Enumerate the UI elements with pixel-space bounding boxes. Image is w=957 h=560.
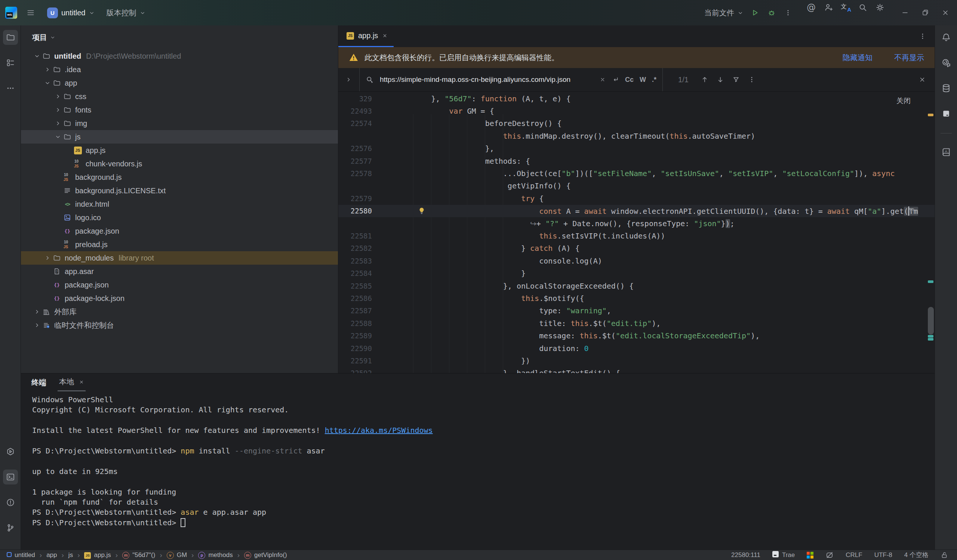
close-search-icon[interactable] — [919, 76, 925, 83]
status-crlf[interactable]: CRLF — [846, 551, 862, 559]
status-4[interactable]: 4 个空格 — [904, 551, 929, 559]
chevron-right-icon[interactable] — [32, 308, 42, 315]
intention-bulb-icon[interactable] — [418, 207, 426, 215]
run-button[interactable] — [748, 5, 763, 20]
code-line-22583[interactable]: 22583 console.log(A) — [338, 255, 935, 267]
tree-item-js[interactable]: js — [21, 130, 338, 144]
code-line-22589[interactable]: 22589 message: this.$t("edit.localStorag… — [338, 329, 935, 342]
code-line-22585[interactable]: 22585 }, onLocalStorageExceeded() { — [338, 280, 935, 292]
git-branch-icon[interactable] — [3, 521, 18, 535]
ai-assistant-icon[interactable]: @ — [804, 0, 819, 15]
code-line-22574[interactable]: 22574 beforeDestroy() { — [338, 117, 935, 130]
code-line-22581[interactable]: 22581 this.setIsVIP(t.includes(A)) — [338, 230, 935, 242]
run-hexagon-icon[interactable] — [3, 444, 18, 459]
terminal-link[interactable]: https://aka.ms/PSWindows — [325, 426, 433, 435]
ai-chat-icon[interactable] — [939, 55, 954, 70]
chevron-right-icon[interactable] — [53, 106, 63, 114]
wrap-notification-close[interactable]: 关闭 — [897, 96, 911, 106]
run-config-selector[interactable]: 当前文件 — [701, 6, 746, 19]
project-folder-icon[interactable] — [3, 30, 18, 45]
status-trae[interactable]: Trae — [772, 551, 795, 559]
code-line-22592[interactable]: 22592 }, handleStartTextEdit() { — [338, 367, 935, 373]
breadcrumb-app-js[interactable]: JSapp.js — [84, 551, 111, 559]
code-line-wrap[interactable]: getVipInfo() { — [338, 180, 935, 192]
code-line-22493[interactable]: 22493 var GM = { — [338, 105, 935, 117]
minimize-button[interactable] — [896, 5, 914, 21]
code-line-22584[interactable]: 22584 } — [338, 267, 935, 279]
webstorm-logo-icon[interactable]: WS — [5, 7, 17, 19]
more-actions-icon[interactable] — [780, 5, 796, 20]
tree-item-app-js[interactable]: JSapp.js — [21, 144, 338, 157]
search-icon[interactable] — [855, 0, 870, 15]
tree-item-package-json[interactable]: {}package.json — [21, 278, 338, 292]
code-line-22580[interactable]: 22580↵ const A = await window.electronAP… — [338, 205, 935, 217]
tree-item-idea[interactable]: .idea — [21, 63, 338, 76]
code-editor[interactable]: 关闭 329 }, "56d7": function (A, t, e) {22… — [338, 91, 935, 373]
tree-item-background-js[interactable]: 10JSbackground.js — [21, 170, 338, 184]
breadcrumb-56d7[interactable]: m"56d7"() — [122, 551, 155, 559]
tree-item-package-json[interactable]: {}package.json — [21, 224, 338, 238]
chevron-right-icon[interactable] — [53, 93, 63, 100]
clear-search-icon[interactable] — [600, 77, 606, 83]
breadcrumb-getvipinfo[interactable]: mgetVipInfo() — [244, 551, 287, 559]
database-icon[interactable] — [939, 81, 954, 96]
tree-item-chunk-vendors-js[interactable]: 10JSchunk-vendors.js — [21, 157, 338, 170]
more-icon[interactable] — [3, 81, 18, 96]
tree-item-node-modules[interactable]: node_moduleslibrary root — [21, 251, 338, 265]
hide-notification-link[interactable]: 隐藏通知 — [843, 53, 873, 63]
code-line-22590[interactable]: 22590 duration: 0 — [338, 342, 935, 354]
expand-search-icon[interactable] — [338, 77, 359, 83]
editor-scrollbar[interactable] — [927, 91, 935, 373]
dont-show-again-link[interactable]: 不再显示 — [894, 53, 924, 63]
breadcrumb-app[interactable]: app — [46, 551, 57, 559]
code-line-22586[interactable]: 22586 this.$notify({ — [338, 292, 935, 304]
project-widget[interactable]: U untitled — [44, 6, 98, 20]
chevron-right-icon[interactable] — [43, 66, 52, 73]
status-windows[interactable] — [807, 552, 813, 558]
code-line-wrap[interactable]: ↪+ "?" + Date.now(), {responseType: "jso… — [338, 217, 935, 230]
regex-icon[interactable]: .* — [652, 76, 657, 84]
vcs-menu[interactable]: 版本控制 — [104, 6, 148, 19]
tree-item-item[interactable]: 临时文件和控制台 — [21, 319, 338, 332]
code-line-22576[interactable]: 22576 }, — [338, 142, 935, 155]
breadcrumb-untitled[interactable]: untitled — [7, 551, 35, 559]
match-case-icon[interactable]: Cc — [625, 76, 634, 84]
restore-button[interactable] — [916, 5, 935, 21]
close-terminal-tab-icon[interactable] — [79, 379, 84, 385]
debug-button[interactable] — [764, 5, 779, 20]
tree-item-img[interactable]: img — [21, 117, 338, 130]
prev-match-icon[interactable] — [701, 76, 708, 84]
tree-item-logo-ico[interactable]: logo.ico — [21, 211, 338, 224]
tab-options-icon[interactable] — [915, 29, 930, 44]
chevron-right-icon[interactable] — [53, 120, 63, 127]
add-user-icon[interactable] — [821, 0, 836, 15]
words-icon[interactable]: W — [640, 76, 646, 84]
scrollbar-thumb[interactable] — [928, 307, 934, 334]
problems-icon[interactable] — [3, 495, 18, 510]
status-ai-off[interactable] — [826, 551, 834, 559]
tree-item-package-lock-json[interactable]: {}package-lock.json — [21, 292, 338, 305]
chevron-right-icon[interactable] — [32, 322, 42, 329]
terminal-output[interactable]: Windows PowerShellCopyright (C) Microsof… — [21, 391, 935, 549]
tree-item-item[interactable]: 外部库 — [21, 305, 338, 319]
tree-item-app[interactable]: app — [21, 76, 338, 90]
tree-item-background-js-license-txt[interactable]: background.js.LICENSE.txt — [21, 184, 338, 197]
code-line-22588[interactable]: 22588 title: this.$t("edit.tip"), — [338, 317, 935, 329]
translate-icon[interactable]: 文A — [838, 0, 853, 15]
tree-item-untitled[interactable]: untitledD:\Project\Webstorm\untitled — [21, 49, 338, 63]
breadcrumb-js[interactable]: js — [68, 551, 73, 559]
chevron-down-icon[interactable] — [43, 79, 52, 87]
chevron-down-icon[interactable] — [53, 133, 63, 140]
filter-icon[interactable] — [732, 76, 740, 84]
next-match-icon[interactable] — [717, 76, 724, 84]
chevron-down-icon[interactable] — [32, 52, 42, 60]
code-line-22577[interactable]: 22577 methods: { — [338, 155, 935, 167]
tab-app-js[interactable]: JS app.js — [338, 25, 394, 47]
floating-window-icon[interactable] — [939, 106, 954, 121]
commit-icon[interactable] — [3, 55, 18, 70]
code-line-22579[interactable]: 22579 try { — [338, 192, 935, 205]
status-utf-8[interactable]: UTF-8 — [874, 551, 892, 559]
terminal-tab-local[interactable]: 本地 — [58, 374, 85, 391]
close-tab-icon[interactable] — [382, 33, 388, 38]
close-window-button[interactable] — [936, 5, 955, 21]
